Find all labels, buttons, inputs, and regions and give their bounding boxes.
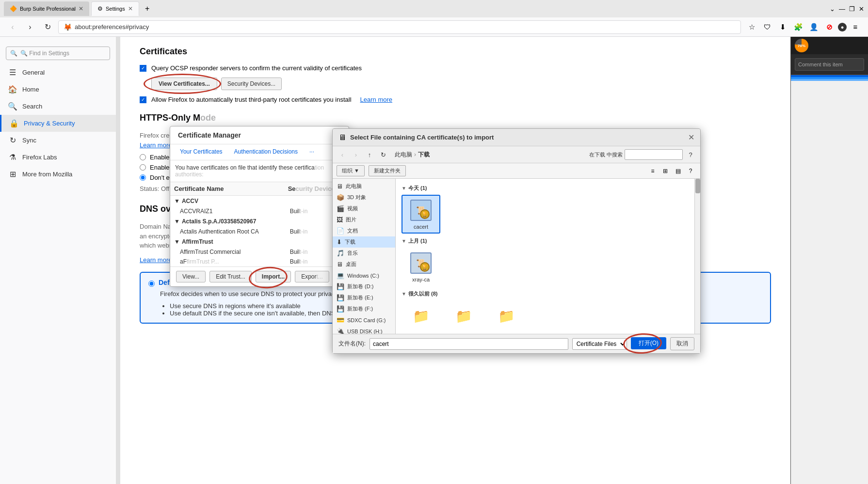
sidebar-item-privacy[interactable]: 🔒 Privacy & Security (0, 115, 116, 132)
dns-default-radio[interactable] (148, 281, 155, 287)
fp-forward-btn[interactable]: › (350, 149, 362, 160)
circle-icon[interactable]: ● (838, 23, 847, 31)
fp-file-xray-ca[interactable]: 📜 🏆 xray-ca (402, 248, 440, 286)
profile-icon[interactable]: 👤 (807, 20, 820, 34)
fp-path-root[interactable]: 此电脑 (395, 151, 412, 159)
new-tab-button[interactable]: + (141, 2, 154, 15)
file-picker-close-btn[interactable]: ✕ (688, 133, 694, 142)
cert-import-btn[interactable]: Import... (256, 271, 291, 282)
sidebar-scrollbar[interactable] (116, 37, 120, 484)
fp-back-btn[interactable]: ‹ (337, 149, 348, 160)
view-certificates-btn[interactable]: View Certificates... (151, 78, 217, 90)
fp-list-view-btn[interactable]: ≡ (647, 166, 659, 176)
cert-item-affirmtrust-comm[interactable]: AffirmTrust Commercial Built-in (170, 247, 349, 257)
fp-folder-3[interactable]: 📁 (487, 300, 526, 333)
fp-search-input[interactable] (625, 149, 683, 160)
sidebar-item-mozilla[interactable]: ⊞ More from Mozilla (0, 166, 116, 183)
fp-up-btn[interactable]: ↑ (364, 149, 375, 160)
fp-sidebar-sdxc[interactable]: 💳 SDXC Card (G:) (333, 314, 395, 326)
fp-filename-input[interactable] (370, 338, 568, 350)
cert-item-affirmtrust-p[interactable]: aFfirmTrust P... Built-in (170, 257, 349, 266)
menu-btn[interactable]: ≡ (849, 20, 862, 34)
cert-group-actalis-header[interactable]: ▼ Actalis S.p.A./03358520967 (170, 216, 349, 227)
file-picker-title-bar: 🖥 Select File containing CA certificate(… (333, 129, 700, 146)
fp-sidebar-d[interactable]: 💾 新加卷 (D:) (333, 281, 395, 292)
fp-open-btn[interactable]: 打开(O) (631, 337, 666, 349)
fp-filetype-select[interactable]: Certificate Files (572, 338, 627, 350)
settings-tab-close[interactable]: ✕ (128, 5, 133, 12)
download-icon[interactable]: ⬇ (776, 20, 789, 34)
cert-group-affirmtrust-header[interactable]: ▼ AffirmTrust (170, 236, 349, 247)
fp-sidebar-usb[interactable]: 🔌 USB DISK (H:) (333, 326, 395, 334)
sidebar-item-labs[interactable]: ⚗ Firefox Labs (0, 149, 116, 166)
fp-sidebar-windows[interactable]: 💻 Windows (C:) (333, 270, 395, 281)
https-private-radio[interactable] (140, 164, 146, 171)
sidebar-item-search[interactable]: 🔍 Search (0, 98, 116, 115)
fp-file-cacert[interactable]: 📜 🏆 cacert (402, 195, 440, 234)
cert-export-btn[interactable]: Export... (295, 271, 329, 282)
cert-item-accvraiz1[interactable]: ACCVRAIZ1 Built-in (170, 206, 349, 216)
cert-group-accv-header[interactable]: ▼ ACCV (170, 196, 349, 206)
fp-section-expand-longago[interactable]: ▼ (402, 291, 406, 297)
ocsp-checkbox[interactable]: ✓ (140, 65, 146, 72)
fp-sidebar-3d[interactable]: 📦 3D 对象 (333, 192, 395, 203)
fp-scrollbar[interactable] (694, 179, 700, 334)
fp-new-folder-btn[interactable]: 新建文件夹 (369, 165, 406, 176)
fp-cancel-btn[interactable]: 取消 (670, 337, 694, 350)
burp-comment-box[interactable]: Comment this item (795, 58, 864, 71)
cert-item-actalis-auth[interactable]: Actalis Authentication Root CA Built-in (170, 227, 349, 236)
fp-sidebar-e[interactable]: 💾 新加卷 (E:) (333, 292, 395, 303)
fp-sidebar-music[interactable]: 🎵 音乐 (333, 248, 395, 259)
fp-sidebar-docs[interactable]: 📄 文档 (333, 225, 395, 236)
cert-tab-your[interactable]: Your Certificates (174, 144, 228, 160)
fp-sidebar-pics[interactable]: 🖼 图片 (333, 214, 395, 225)
fp-path-current[interactable]: 下载 (418, 151, 430, 159)
fp-sidebar-video[interactable]: 🎬 视频 (333, 203, 395, 214)
fp-sidebar-f[interactable]: 💾 新加卷 (F:) (333, 303, 395, 314)
fp-sidebar-computer[interactable]: 🖥 此电脑 (333, 181, 395, 192)
cert-edit-trust-btn[interactable]: Edit Trust... (209, 271, 252, 282)
fp-detail-view-btn[interactable]: ▤ (672, 166, 684, 176)
fp-organize-btn[interactable]: 组织 ▼ (337, 165, 365, 176)
refresh-button[interactable]: ↻ (41, 20, 54, 34)
dns-learn-more[interactable]: Learn more (140, 256, 172, 264)
fp-section-expand-lastmonth[interactable]: ▼ (402, 238, 406, 244)
fp-sidebar-desktop[interactable]: 🖥 桌面 (333, 259, 395, 270)
fp-scrollbar-thumb[interactable] (695, 179, 700, 193)
fp-folder-1[interactable]: 📁 (402, 300, 440, 333)
cert-tab-more[interactable]: ··· (304, 144, 320, 160)
ublock-icon[interactable]: ⊘ (822, 20, 836, 34)
tab-overflow-btn[interactable]: ⌄ (830, 5, 835, 13)
tab-burp[interactable]: 🔶 Burp Suite Professional ✕ (4, 1, 89, 16)
minimize-btn[interactable]: — (839, 5, 845, 13)
sidebar-item-home[interactable]: 🏠 Home (0, 81, 116, 98)
fp-help-icon[interactable]: ? (685, 166, 696, 176)
close-btn[interactable]: ✕ (859, 5, 864, 13)
find-settings-input[interactable]: 🔍 🔍 Find in Settings (6, 47, 110, 60)
fp-section-expand-today[interactable]: ▼ (402, 186, 406, 191)
https-all-radio[interactable] (140, 154, 146, 160)
url-bar[interactable]: 🦊 about:preferences#privacy (58, 20, 741, 34)
fp-refresh-btn[interactable]: ↻ (377, 149, 389, 160)
tab-settings[interactable]: ⚙ Settings ✕ (91, 1, 139, 16)
cert-learn-more-link[interactable]: Learn more (360, 96, 392, 103)
auto-trust-checkbox[interactable]: ✓ (140, 96, 146, 103)
forward-button[interactable]: › (23, 20, 37, 34)
shield-icon[interactable]: 🛡 (760, 20, 774, 34)
sidebar-item-general[interactable]: ☰ General (0, 64, 116, 81)
sidebar-item-sync[interactable]: ↻ Sync (0, 132, 116, 149)
restore-btn[interactable]: ❐ (849, 5, 855, 13)
security-devices-btn[interactable]: Security Devices... (221, 78, 282, 90)
fp-sidebar-downloads[interactable]: ⬇ 下载 (333, 236, 395, 248)
back-button[interactable]: ‹ (6, 20, 19, 34)
cert-view-btn[interactable]: View... (176, 271, 206, 282)
https-disabled-radio[interactable] (140, 174, 146, 181)
fp-folder-2[interactable]: 📁 (444, 300, 483, 333)
extension-icon[interactable]: 🧩 (791, 20, 805, 34)
fp-help-btn[interactable]: ? (685, 149, 696, 160)
bookmark-btn[interactable]: ☆ (745, 20, 758, 34)
burp-tab-close[interactable]: ✕ (79, 5, 83, 12)
cert-tab-auth[interactable]: Authentication Decisions (228, 144, 304, 160)
https-learn-more[interactable]: Learn more (140, 141, 172, 149)
fp-grid-view-btn[interactable]: ⊞ (659, 166, 671, 176)
